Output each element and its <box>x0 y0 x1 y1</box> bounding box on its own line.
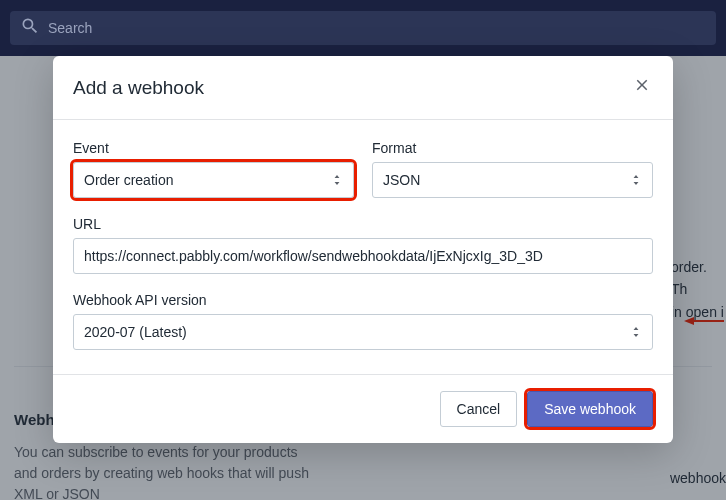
search-box[interactable] <box>10 11 716 45</box>
add-webhook-modal: Add a webhook Event Order creation <box>53 56 673 443</box>
top-bar <box>0 0 726 56</box>
format-select[interactable]: JSON <box>372 162 653 198</box>
search-icon <box>20 16 40 40</box>
api-version-select[interactable]: 2020-07 (Latest) <box>73 314 653 350</box>
url-input[interactable] <box>73 238 653 274</box>
api-version-label: Webhook API version <box>73 292 653 308</box>
search-input[interactable] <box>48 20 706 36</box>
close-button[interactable] <box>631 74 653 101</box>
cancel-button[interactable]: Cancel <box>440 391 518 427</box>
modal-footer: Cancel Save webhook <box>53 374 673 443</box>
event-label: Event <box>73 140 354 156</box>
modal-title: Add a webhook <box>73 77 204 99</box>
url-label: URL <box>73 216 653 232</box>
modal-header: Add a webhook <box>53 56 673 120</box>
format-label: Format <box>372 140 653 156</box>
save-webhook-button[interactable]: Save webhook <box>527 391 653 427</box>
modal-overlay: Add a webhook Event Order creation <box>0 56 726 500</box>
event-select[interactable]: Order creation <box>73 162 354 198</box>
close-icon <box>633 76 651 98</box>
